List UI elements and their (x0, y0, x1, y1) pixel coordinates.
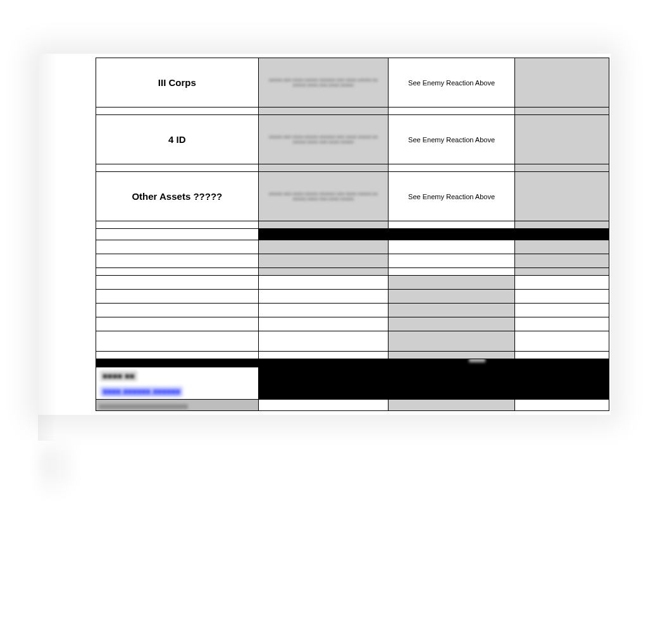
unit-cell: Other Assets ????? (96, 172, 259, 221)
table-row (96, 276, 609, 290)
blurred-text: ■■■■■ ■■■ ■■■■ ■■■■■ ■■■■■■ ■■■ ■■■■ ■■■… (259, 131, 388, 148)
footer-cell (388, 400, 514, 411)
separator-row (96, 359, 609, 367)
blurred-text: ■■■■■ ■■■ ■■■■ ■■■■■ ■■■■■■ ■■■ ■■■■ ■■■… (259, 74, 388, 91)
footer-table: ■■■■ ■■ ■■■■ ■■■■■■ ■■■■■■ (96, 367, 609, 411)
table-row: ■■■■ ■■ ■■■■ ■■■■■■ ■■■■■■ (96, 367, 609, 400)
empty-cell (515, 115, 609, 164)
table-row (96, 221, 609, 229)
empty-cell (515, 58, 609, 108)
table-row (96, 331, 609, 352)
table-row: 4 ID ■■■■■ ■■■ ■■■■ ■■■■■ ■■■■■■ ■■■ ■■■… (96, 115, 609, 164)
details-cell: ■■■■■ ■■■ ■■■■ ■■■■■ ■■■■■■ ■■■ ■■■■ ■■■… (258, 172, 388, 221)
reaction-cell: See Enemy Reaction Above (388, 58, 514, 108)
footer-cell (515, 400, 609, 411)
footer-link[interactable]: ■■■■ ■■■■■■ ■■■■■■ (100, 386, 183, 396)
document-page: III Corps ■■■■■ ■■■ ■■■■ ■■■■■ ■■■■■■ ■■… (38, 54, 611, 415)
table-row (96, 268, 609, 276)
table-row: Other Assets ????? ■■■■■ ■■■ ■■■■ ■■■■■ … (96, 172, 609, 221)
footer-cell (258, 400, 388, 411)
table-row (96, 400, 609, 411)
table-row: III Corps ■■■■■ ■■■ ■■■■ ■■■■■ ■■■■■■ ■■… (96, 58, 609, 108)
page-shadow (38, 443, 76, 519)
reaction-cell: See Enemy Reaction Above (388, 172, 514, 221)
table-row (96, 352, 609, 359)
footer-cell (96, 400, 259, 411)
table-row (96, 164, 609, 172)
footer-line-1: ■■■■ ■■ (100, 371, 137, 381)
table-row (96, 240, 609, 254)
footer-black-cell (258, 367, 609, 400)
table-row (96, 108, 609, 115)
spreadsheet-region: III Corps ■■■■■ ■■■ ■■■■ ■■■■■ ■■■■■■ ■■… (96, 58, 609, 411)
reaction-cell: See Enemy Reaction Above (388, 115, 514, 164)
separator-row (96, 229, 609, 240)
details-cell: ■■■■■ ■■■ ■■■■ ■■■■■ ■■■■■■ ■■■ ■■■■ ■■■… (258, 58, 388, 108)
footer-caption-cell: ■■■■ ■■ ■■■■ ■■■■■■ ■■■■■■ (96, 367, 259, 400)
table-row (96, 290, 609, 304)
table-row (96, 254, 609, 268)
table-row (96, 317, 609, 331)
empty-cell (515, 172, 609, 221)
unit-cell: 4 ID (96, 115, 259, 164)
table-row (96, 304, 609, 317)
blurred-text: ■■■■■ ■■■ ■■■■ ■■■■■ ■■■■■■ ■■■ ■■■■ ■■■… (259, 188, 388, 205)
unit-cell: III Corps (96, 58, 259, 108)
main-table: III Corps ■■■■■ ■■■ ■■■■ ■■■■■ ■■■■■■ ■■… (96, 58, 609, 367)
details-cell: ■■■■■ ■■■ ■■■■ ■■■■■ ■■■■■■ ■■■ ■■■■ ■■■… (258, 115, 388, 164)
